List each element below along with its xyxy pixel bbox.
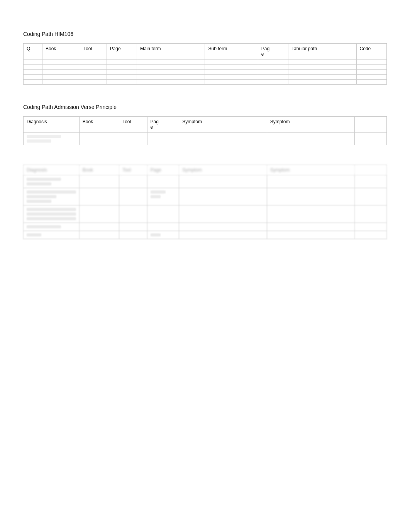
col-header-page4: Page bbox=[147, 165, 179, 175]
cell-tool bbox=[80, 80, 107, 85]
cell-page2 bbox=[258, 80, 288, 85]
cell-page bbox=[107, 70, 137, 75]
col-header-diag3: Diagnosis bbox=[24, 165, 80, 175]
cell-page bbox=[147, 223, 179, 231]
cell-q bbox=[24, 59, 42, 65]
cell-code bbox=[356, 65, 386, 70]
cell-symptom1 bbox=[179, 231, 267, 239]
cell-main bbox=[137, 65, 205, 70]
cell-sub bbox=[205, 65, 258, 70]
cell-symptom1 bbox=[179, 188, 267, 206]
col-header-book: Book bbox=[42, 44, 80, 59]
section1-title: Coding Path HIM106 bbox=[23, 31, 387, 37]
cell-page2 bbox=[258, 75, 288, 80]
cell-tool bbox=[119, 133, 147, 145]
section-admission: Coding Path Admission Verse Principle Di… bbox=[23, 104, 387, 145]
admission-table: Diagnosis Book Tool Page Symptom Symptom bbox=[23, 116, 387, 145]
cell-symptom1 bbox=[179, 133, 267, 145]
cell-tabular bbox=[288, 65, 356, 70]
cell-page bbox=[107, 59, 137, 65]
cell-book bbox=[79, 133, 119, 145]
cell-diag bbox=[24, 206, 80, 223]
cell-book bbox=[79, 188, 119, 206]
cell-sub bbox=[205, 59, 258, 65]
cell-page bbox=[147, 231, 179, 239]
cell-symptom2 bbox=[267, 188, 355, 206]
col-header-book3: Book bbox=[79, 165, 119, 175]
col-header-symptom2: Symptom bbox=[267, 117, 355, 133]
table-row bbox=[24, 59, 387, 65]
cell-main bbox=[137, 75, 205, 80]
cell-last bbox=[355, 223, 387, 231]
col-header-diagnosis: Diagnosis bbox=[24, 117, 80, 133]
cell-tool bbox=[119, 175, 147, 188]
cell-symptom2 bbox=[267, 231, 355, 239]
cell-symptom2 bbox=[267, 223, 355, 231]
him106-table: Q Book Tool Page Main term Sub term Page… bbox=[23, 43, 387, 85]
cell-tool bbox=[119, 223, 147, 231]
cell-tool bbox=[80, 75, 107, 80]
cell-q bbox=[24, 75, 42, 80]
cell-tabular bbox=[288, 70, 356, 75]
cell-page bbox=[107, 80, 137, 85]
table-row bbox=[24, 65, 387, 70]
col-header-page3: Page bbox=[147, 117, 179, 133]
cell-last bbox=[355, 206, 387, 223]
cell-book bbox=[79, 175, 119, 188]
col-header-last bbox=[355, 117, 387, 133]
cell-tool bbox=[80, 70, 107, 75]
section-him106: Coding Path HIM106 Q Book Tool Page Main… bbox=[23, 31, 387, 85]
cell-tool bbox=[119, 206, 147, 223]
cell-diag bbox=[24, 231, 80, 239]
col-header-code: Code bbox=[356, 44, 386, 59]
cell-diag bbox=[24, 188, 80, 206]
cell-book bbox=[79, 231, 119, 239]
cell-main bbox=[137, 70, 205, 75]
table-row bbox=[24, 206, 387, 223]
col-header-tool3: Tool bbox=[119, 165, 147, 175]
col-header-book2: Book bbox=[79, 117, 119, 133]
col-header-tool2: Tool bbox=[119, 117, 147, 133]
cell-symptom2 bbox=[267, 175, 355, 188]
cell-page bbox=[147, 133, 179, 145]
cell-page2 bbox=[258, 65, 288, 70]
cell-book bbox=[79, 206, 119, 223]
table-row bbox=[24, 188, 387, 206]
cell-page2 bbox=[258, 70, 288, 75]
cell-q bbox=[24, 70, 42, 75]
col-header-tabular: Tabular path bbox=[288, 44, 356, 59]
cell-sub bbox=[205, 80, 258, 85]
third-table: Diagnosis Book Tool Page Symptom Symptom bbox=[23, 165, 387, 239]
cell-q bbox=[24, 80, 42, 85]
cell-book bbox=[42, 80, 80, 85]
cell-tool bbox=[119, 188, 147, 206]
cell-page2 bbox=[258, 59, 288, 65]
cell-book bbox=[42, 65, 80, 70]
cell-book bbox=[42, 59, 80, 65]
cell-symptom2 bbox=[267, 133, 355, 145]
col-header-symptom1: Symptom bbox=[179, 117, 267, 133]
table-row bbox=[24, 75, 387, 80]
cell-last bbox=[355, 175, 387, 188]
cell-symptom1 bbox=[179, 175, 267, 188]
cell-main bbox=[137, 59, 205, 65]
cell-symptom1 bbox=[179, 206, 267, 223]
col-header-q: Q bbox=[24, 44, 42, 59]
cell-tabular bbox=[288, 59, 356, 65]
cell-code bbox=[356, 70, 386, 75]
cell-last bbox=[355, 188, 387, 206]
col-header-main: Main term bbox=[137, 44, 205, 59]
cell-last bbox=[355, 133, 387, 145]
cell-book bbox=[42, 70, 80, 75]
cell-main bbox=[137, 80, 205, 85]
cell-q bbox=[24, 65, 42, 70]
cell-symptom2 bbox=[267, 206, 355, 223]
cell-page bbox=[107, 75, 137, 80]
cell-symptom1 bbox=[179, 223, 267, 231]
cell-page bbox=[147, 175, 179, 188]
col-header-symptom3: Symptom bbox=[179, 165, 267, 175]
section-third: Diagnosis Book Tool Page Symptom Symptom bbox=[23, 165, 387, 239]
col-header-page: Page bbox=[107, 44, 137, 59]
cell-page bbox=[147, 206, 179, 223]
table-row bbox=[24, 133, 387, 145]
